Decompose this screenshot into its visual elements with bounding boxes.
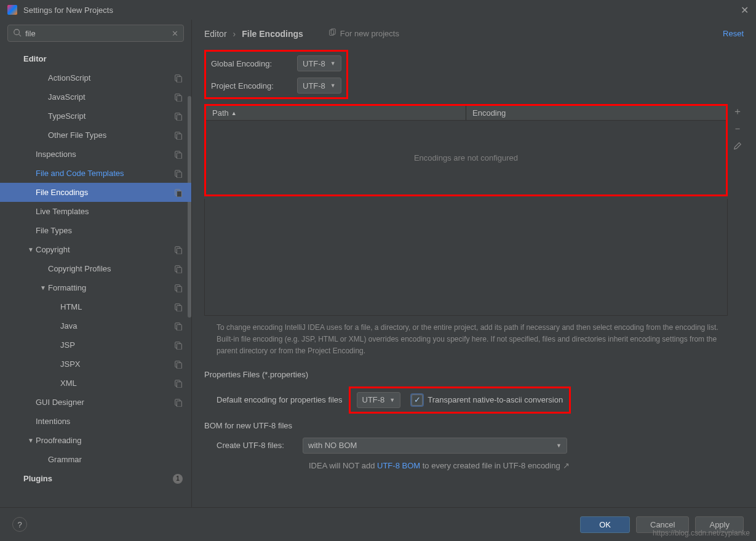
svg-rect-13 <box>177 172 181 178</box>
sidebar-item-copyright-profiles[interactable]: Copyright Profiles <box>0 259 191 278</box>
sidebar-item-label: XML <box>60 379 174 388</box>
cancel-button[interactable]: Cancel <box>636 516 689 533</box>
sidebar-item-label: Intentions <box>36 417 183 426</box>
sidebar-item-typescript[interactable]: TypeScript <box>0 106 191 126</box>
close-icon[interactable]: ✕ <box>741 4 749 16</box>
sidebar-item-java[interactable]: Java <box>0 316 191 335</box>
svg-rect-29 <box>177 363 181 369</box>
bom-note: IDEA will NOT add UTF-8 BOM to every cre… <box>309 461 744 470</box>
sidebar-item-proofreading[interactable]: ▼Proofreading <box>0 431 191 450</box>
remove-button[interactable]: － <box>731 122 744 135</box>
breadcrumb-parent[interactable]: Editor <box>204 29 227 39</box>
reset-link[interactable]: Reset <box>723 29 744 38</box>
override-icon <box>174 169 183 178</box>
sidebar-item-label: Grammar <box>48 455 183 464</box>
svg-rect-19 <box>177 267 181 273</box>
settings-sidebar: ✕ EditorActionScriptJavaScriptTypeScript… <box>0 20 192 507</box>
create-utf8-combo[interactable]: with NO BOM ▼ <box>303 438 567 454</box>
override-icon <box>174 188 183 197</box>
sidebar-item-jsp[interactable]: JSP <box>0 335 191 355</box>
sidebar-item-live-templates[interactable]: Live Templates <box>0 202 191 221</box>
sidebar-item-file-types[interactable]: File Types <box>0 221 191 240</box>
override-icon <box>174 265 183 273</box>
sidebar-item-label: Editor <box>23 54 183 63</box>
sidebar-item-file-and-code-templates[interactable]: File and Code Templates <box>0 164 191 183</box>
table-actions: ＋ － <box>731 104 744 316</box>
properties-encoding-combo[interactable]: UTF-8 ▼ <box>357 392 401 408</box>
override-icon <box>174 379 183 388</box>
override-icon <box>174 74 183 82</box>
svg-point-0 <box>14 29 20 34</box>
clear-search-icon[interactable]: ✕ <box>172 29 178 38</box>
empty-table-text: Encodings are not configured <box>414 153 518 162</box>
settings-content: Editor › File Encodings For new projects… <box>192 20 756 507</box>
chevron-down-icon: ▼ <box>26 437 36 444</box>
sidebar-item-file-encodings[interactable]: File Encodings <box>0 183 191 202</box>
sidebar-item-formatting[interactable]: ▼Formatting <box>0 278 191 297</box>
native-to-ascii-checkbox[interactable]: ✓ <box>412 395 423 406</box>
svg-rect-15 <box>177 191 181 197</box>
sidebar-item-other-file-types[interactable]: Other File Types <box>0 126 191 145</box>
sidebar-item-javascript[interactable]: JavaScript <box>0 87 191 106</box>
sidebar-item-label: File and Code Templates <box>36 169 174 178</box>
count-badge: 1 <box>173 474 183 484</box>
encoding-table-body: Encodings are not configured <box>206 121 726 194</box>
search-input[interactable] <box>25 29 172 38</box>
sort-asc-icon: ▲ <box>231 110 237 116</box>
sidebar-item-copyright[interactable]: ▼Copyright <box>0 240 191 259</box>
sidebar-item-editor[interactable]: Editor <box>0 49 191 68</box>
sidebar-item-label: ActionScript <box>48 73 174 82</box>
project-encoding-combo[interactable]: UTF-8 ▼ <box>297 78 341 94</box>
global-encoding-combo[interactable]: UTF-8 ▼ <box>297 55 341 71</box>
ok-button[interactable]: OK <box>580 516 630 533</box>
settings-tree: EditorActionScriptJavaScriptTypeScriptOt… <box>0 47 191 507</box>
edit-button[interactable] <box>731 140 744 152</box>
sidebar-item-plugins[interactable]: Plugins1 <box>0 469 191 488</box>
sidebar-item-intentions[interactable]: Intentions <box>0 412 191 431</box>
sidebar-item-label: Proofreading <box>36 436 183 445</box>
external-link-icon: ↗ <box>563 461 570 470</box>
settings-search[interactable]: ✕ <box>7 25 184 42</box>
svg-rect-23 <box>177 305 181 311</box>
override-icon <box>174 131 183 140</box>
svg-line-1 <box>19 34 22 36</box>
svg-rect-17 <box>177 248 181 254</box>
native-to-ascii-label[interactable]: Transparent native-to-ascii conversion <box>428 395 563 404</box>
chevron-down-icon: ▼ <box>26 246 36 253</box>
encoding-help-text: To change encoding IntelliJ IDEA uses fo… <box>217 322 731 358</box>
override-icon <box>174 360 183 369</box>
apply-button[interactable]: Apply <box>695 516 744 533</box>
override-icon <box>174 93 183 102</box>
titlebar: Settings for New Projects ✕ <box>0 0 756 20</box>
chevron-down-icon: ▼ <box>38 284 48 291</box>
sidebar-item-grammar[interactable]: Grammar <box>0 450 191 469</box>
sidebar-item-label: HTML <box>60 302 174 311</box>
sidebar-item-actionscript[interactable]: ActionScript <box>0 68 191 87</box>
sidebar-item-label: Copyright Profiles <box>48 264 174 273</box>
path-column-header[interactable]: Path ▲ <box>206 106 466 120</box>
encoding-settings-highlight: Global Encoding: UTF-8 ▼ Project Encodin… <box>204 50 348 99</box>
encoding-column-header[interactable]: Encoding <box>466 106 726 120</box>
search-icon <box>13 28 22 39</box>
chevron-down-icon: ▼ <box>330 60 336 66</box>
help-button[interactable]: ? <box>12 517 27 532</box>
sidebar-item-label: Plugins <box>23 474 173 483</box>
dialog-footer: ? OK Cancel Apply <box>0 507 756 541</box>
add-button[interactable]: ＋ <box>731 105 744 118</box>
sidebar-item-inspections[interactable]: Inspections <box>0 145 191 164</box>
sidebar-item-html[interactable]: HTML <box>0 297 191 316</box>
sidebar-item-xml[interactable]: XML <box>0 374 191 393</box>
chevron-down-icon: ▼ <box>556 443 562 449</box>
sidebar-item-gui-designer[interactable]: GUI Designer <box>0 393 191 412</box>
sidebar-item-label: JSPX <box>60 359 174 369</box>
window-title: Settings for New Projects <box>23 6 113 15</box>
sidebar-item-jspx[interactable]: JSPX <box>0 355 191 374</box>
chevron-right-icon: › <box>233 29 236 39</box>
utf8-bom-link[interactable]: UTF-8 BOM <box>377 461 420 470</box>
for-new-projects-label: For new projects <box>328 28 399 39</box>
svg-rect-25 <box>177 324 181 331</box>
override-icon <box>174 303 183 311</box>
svg-rect-21 <box>177 286 181 292</box>
encoding-table-body-lower <box>204 199 728 316</box>
svg-rect-9 <box>177 134 181 140</box>
